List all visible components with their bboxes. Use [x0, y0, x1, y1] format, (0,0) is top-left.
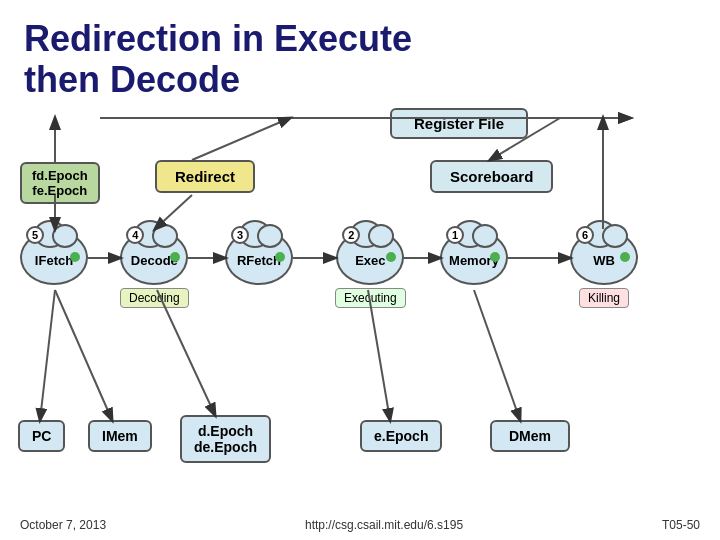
- svg-line-6: [55, 290, 112, 420]
- epoch-box: fd.Epoch fe.Epoch: [20, 162, 100, 204]
- footer-slide: T05-50: [662, 518, 700, 532]
- footer-url: http://csg.csail.mit.edu/6.s195: [305, 518, 463, 532]
- imem-box: IMem: [88, 420, 152, 452]
- footer-date: October 7, 2013: [20, 518, 106, 532]
- slide: Redirection in Executethen Decode Regist…: [0, 0, 720, 540]
- scoreboard-box: Scoreboard: [430, 160, 553, 193]
- depoch-box: d.Epochde.Epoch: [180, 415, 271, 463]
- svg-line-8: [368, 290, 390, 420]
- executing-label: Executing: [335, 288, 406, 308]
- svg-line-17: [192, 118, 290, 160]
- stage-rfetch: 3 RFetch: [225, 230, 293, 285]
- svg-line-9: [474, 290, 520, 420]
- killing-label: Killing: [579, 288, 629, 308]
- stage-memory: 1 Memory: [440, 230, 508, 285]
- stage-wb: 6 WB Killing: [570, 230, 638, 308]
- cloud-rfetch: 3 RFetch: [225, 230, 293, 285]
- footer: October 7, 2013 http://csg.csail.mit.edu…: [0, 518, 720, 532]
- svg-line-7: [157, 290, 215, 415]
- cloud-ifetch: 5 IFetch: [20, 230, 88, 285]
- svg-line-5: [40, 290, 55, 420]
- cloud-decode: 4 Decode: [120, 230, 188, 285]
- slide-title: Redirection in Executethen Decode: [24, 18, 696, 101]
- pc-box: PC: [18, 420, 65, 452]
- decoding-label: Decoding: [120, 288, 189, 308]
- dmem-box: DMem: [490, 420, 570, 452]
- cloud-memory: 1 Memory: [440, 230, 508, 285]
- register-file-box: Register File: [390, 108, 528, 139]
- stage-exec: 2 Exec Executing: [335, 230, 406, 308]
- stage-decode: 4 Decode Decoding: [120, 230, 189, 308]
- stage-ifetch: 5 IFetch: [20, 230, 88, 285]
- cloud-wb: 6 WB: [570, 230, 638, 285]
- cloud-exec: 2 Exec: [336, 230, 404, 285]
- eepoch-box: e.Epoch: [360, 420, 442, 452]
- redirect-box: Redirect: [155, 160, 255, 193]
